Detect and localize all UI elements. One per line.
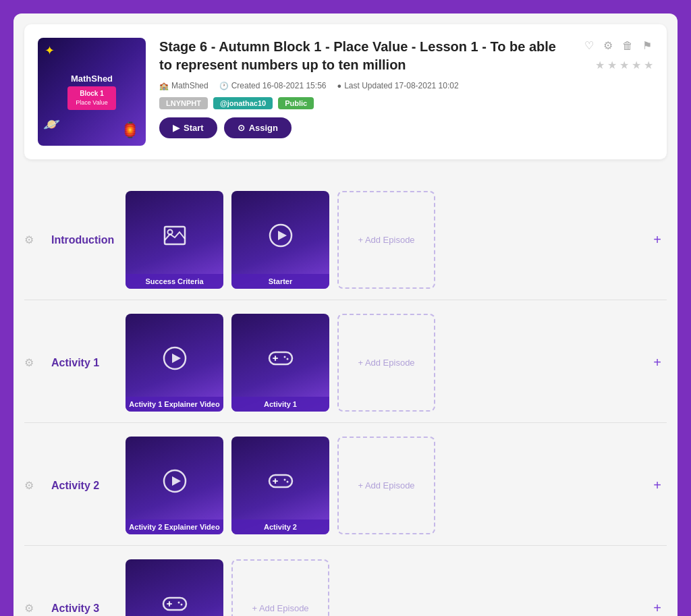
play-circle-icon-a1 bbox=[163, 346, 187, 375]
assign-icon: ⊙ bbox=[238, 123, 245, 133]
meta-row: 🏫 MathShed 🕐 Created 16-08-2021 15:56 ● … bbox=[159, 81, 570, 90]
success-criteria-label: Success Criteria bbox=[126, 274, 223, 289]
section-activity3: ⚙ Activity 3 Activity 3 bbox=[24, 545, 667, 616]
intro-label: Introduction bbox=[51, 234, 126, 246]
tag-public: Public bbox=[278, 97, 314, 109]
episode-starter[interactable]: Starter bbox=[231, 191, 329, 289]
action-icons-row: ♡ ⚙ 🗑 ⚑ bbox=[583, 38, 653, 53]
activity3-plus-button[interactable]: + bbox=[648, 598, 667, 616]
activity1-plus-button[interactable]: + bbox=[648, 352, 667, 373]
author-meta: 🏫 MathShed bbox=[159, 81, 209, 90]
starter-label: Starter bbox=[231, 274, 329, 289]
play-circle-icon-a2 bbox=[163, 469, 187, 498]
clock-icon: 🕐 bbox=[219, 82, 229, 90]
activity3-gear-icon[interactable]: ⚙ bbox=[24, 602, 51, 615]
svg-point-22 bbox=[180, 604, 182, 606]
activity3-label: Activity 3 bbox=[51, 603, 126, 615]
activity2-add-episode[interactable]: + Add Episode bbox=[337, 437, 435, 534]
star-3[interactable]: ★ bbox=[619, 59, 629, 72]
dot-icon: ● bbox=[337, 82, 341, 90]
intro-episodes: Success Criteria Starter + Add Episode bbox=[126, 191, 648, 289]
episode-activity2-game[interactable]: Activity 2 bbox=[231, 437, 329, 534]
activity1-gear-icon[interactable]: ⚙ bbox=[24, 356, 51, 369]
header-card: ✦ MathShed Block 1Place Value 🪐 🏮 Stage … bbox=[24, 24, 667, 160]
tag-lnynpht: LNYNPHT bbox=[159, 97, 208, 109]
play-circle-icon bbox=[269, 223, 293, 252]
activity1-game-label: Activity 1 bbox=[231, 397, 329, 412]
start-button[interactable]: ▶ Start bbox=[159, 117, 217, 138]
activity3-episodes: Activity 3 + Add Episode bbox=[126, 559, 648, 616]
star-decoration: ✦ bbox=[45, 43, 55, 58]
created-label: Created 16-08-2021 15:56 bbox=[231, 81, 327, 90]
add-episode-label-a3: + Add Episode bbox=[252, 603, 308, 613]
add-episode-label: + Add Episode bbox=[358, 235, 414, 245]
svg-point-10 bbox=[286, 358, 288, 360]
star-5[interactable]: ★ bbox=[644, 59, 653, 72]
intro-add-episode[interactable]: + Add Episode bbox=[337, 191, 435, 289]
page-wrapper: ✦ MathShed Block 1Place Value 🪐 🏮 Stage … bbox=[13, 13, 678, 616]
activity1-video-label: Activity 1 Explainer Video bbox=[126, 397, 223, 412]
block-badge: Block 1Place Value bbox=[67, 86, 115, 110]
star-1[interactable]: ★ bbox=[595, 59, 605, 72]
activity2-episodes: Activity 2 Explainer Video Activity 2 bbox=[126, 437, 648, 534]
star-rating[interactable]: ★ ★ ★ ★ ★ bbox=[595, 59, 653, 72]
svg-point-16 bbox=[283, 479, 285, 481]
star-4[interactable]: ★ bbox=[632, 59, 641, 72]
gamepad-icon-a1 bbox=[268, 349, 294, 372]
image-icon bbox=[163, 225, 186, 250]
saturn-icon: 🪐 bbox=[43, 116, 60, 132]
delete-button[interactable]: 🗑 bbox=[621, 38, 634, 53]
flag-button[interactable]: ⚑ bbox=[641, 38, 653, 53]
add-episode-label-a1: + Add Episode bbox=[358, 358, 414, 368]
section-activity1: ⚙ Activity 1 Activity 1 Explainer Video bbox=[24, 300, 667, 422]
activity2-gear-icon[interactable]: ⚙ bbox=[24, 479, 51, 492]
updated-label: Last Updated 17-08-2021 10:02 bbox=[344, 81, 458, 90]
author-label: MathShed bbox=[171, 81, 209, 90]
play-icon: ▶ bbox=[173, 123, 179, 133]
assign-button[interactable]: ⊙ Assign bbox=[224, 117, 292, 138]
gamepad-icon-a3 bbox=[162, 595, 188, 616]
episode-activity2-video[interactable]: Activity 2 Explainer Video bbox=[126, 437, 223, 534]
header-icons: ♡ ⚙ 🗑 ⚑ ★ ★ ★ ★ ★ bbox=[583, 38, 653, 72]
actions-row: ▶ Start ⊙ Assign bbox=[159, 117, 570, 138]
episode-activity1-video[interactable]: Activity 1 Explainer Video bbox=[126, 314, 223, 412]
tag-jonathac10: @jonathac10 bbox=[213, 97, 273, 109]
settings-button[interactable]: ⚙ bbox=[602, 38, 614, 53]
rocket-icon: 🏮 bbox=[121, 121, 139, 139]
activity2-video-label: Activity 2 Explainer Video bbox=[126, 520, 223, 534]
svg-marker-3 bbox=[278, 231, 287, 240]
author-icon: 🏫 bbox=[159, 82, 169, 90]
lesson-thumbnail: ✦ MathShed Block 1Place Value 🪐 🏮 bbox=[38, 38, 146, 146]
section-introduction: ⚙ Introduction Success Criteria bbox=[24, 177, 667, 300]
activity1-episodes: Activity 1 Explainer Video Activity 1 bbox=[126, 314, 648, 412]
header-content: Stage 6 - Autumn Block 1 - Place Value -… bbox=[159, 38, 570, 138]
add-episode-label-a2: + Add Episode bbox=[358, 480, 414, 491]
activity2-game-label: Activity 2 bbox=[231, 520, 329, 534]
svg-point-21 bbox=[177, 602, 179, 604]
episode-activity1-game[interactable]: Activity 1 bbox=[231, 314, 329, 412]
svg-point-9 bbox=[283, 356, 285, 358]
activity3-add-episode[interactable]: + Add Episode bbox=[231, 559, 329, 616]
content-area: ⚙ Introduction Success Criteria bbox=[13, 171, 678, 616]
episode-activity3-game[interactable]: Activity 3 bbox=[126, 559, 223, 616]
svg-marker-12 bbox=[172, 476, 181, 486]
activity2-plus-button[interactable]: + bbox=[648, 475, 667, 496]
activity1-add-episode[interactable]: + Add Episode bbox=[337, 314, 435, 412]
updated-meta: ● Last Updated 17-08-2021 10:02 bbox=[337, 81, 458, 90]
activity1-label: Activity 1 bbox=[51, 357, 126, 369]
mathshed-logo: MathShed bbox=[71, 74, 113, 84]
intro-plus-button[interactable]: + bbox=[648, 229, 667, 250]
svg-marker-5 bbox=[172, 354, 181, 363]
svg-point-17 bbox=[286, 481, 288, 483]
gamepad-icon-a2 bbox=[268, 472, 294, 495]
intro-gear-icon[interactable]: ⚙ bbox=[24, 233, 51, 246]
lesson-title: Stage 6 - Autumn Block 1 - Place Value -… bbox=[159, 38, 570, 74]
section-activity2: ⚙ Activity 2 Activity 2 Explainer Video bbox=[24, 422, 667, 545]
activity2-label: Activity 2 bbox=[51, 480, 126, 492]
favorite-button[interactable]: ♡ bbox=[583, 38, 595, 53]
tags-row: LNYNPHT @jonathac10 Public bbox=[159, 97, 570, 109]
episode-success-criteria[interactable]: Success Criteria bbox=[126, 191, 223, 289]
star-2[interactable]: ★ bbox=[607, 59, 617, 72]
created-meta: 🕐 Created 16-08-2021 15:56 bbox=[219, 81, 327, 90]
